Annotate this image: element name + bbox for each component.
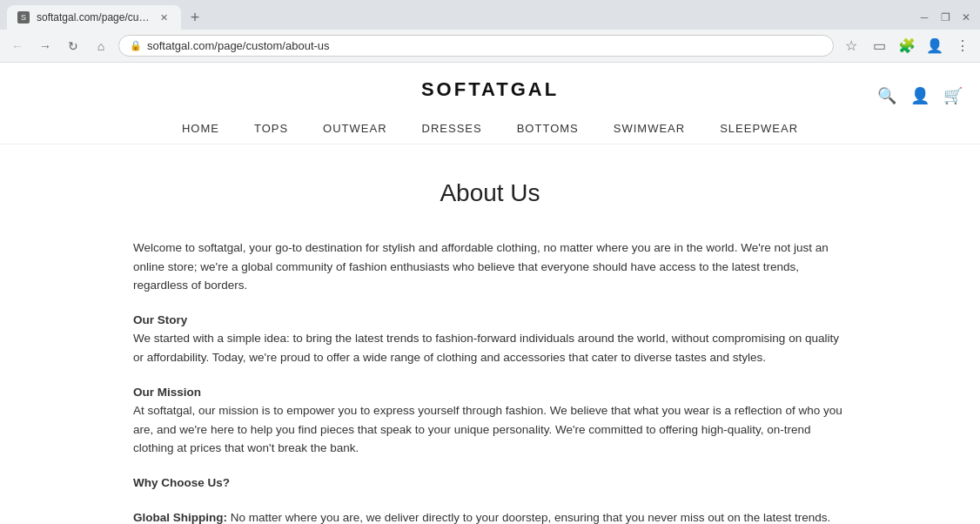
intro-paragraph: Welcome to softatgal, your go-to destina…: [133, 238, 847, 295]
our-story-block: Our Story We started with a simple idea:…: [133, 311, 847, 367]
nav-tops[interactable]: TOPS: [237, 113, 305, 144]
site-logo: SOFTATGAL: [421, 78, 559, 101]
back-button[interactable]: ←: [7, 36, 28, 57]
why-choose-block: Why Choose Us?: [133, 474, 847, 493]
search-icon[interactable]: 🔍: [877, 86, 896, 105]
nav-dresses[interactable]: DRESSES: [405, 113, 500, 144]
home-button[interactable]: ⌂: [91, 36, 111, 57]
screen-cast-icon[interactable]: ▭: [869, 36, 889, 57]
forward-button[interactable]: →: [35, 36, 56, 57]
cart-icon[interactable]: 🛒: [943, 86, 963, 105]
window-controls: ─ ❐ ✕: [917, 10, 973, 24]
nav-home[interactable]: HOME: [164, 113, 237, 144]
address-bar[interactable]: 🔒 softatgal.com/page/custom/about-us: [118, 35, 834, 57]
page-title: About Us: [133, 179, 847, 207]
browser-chrome: S softatgal.com/page/custom/ab... ✕ + ─ …: [0, 0, 980, 63]
our-story-title: Our Story: [133, 313, 187, 326]
menu-icon[interactable]: ⋮: [952, 36, 973, 57]
bookmark-icon[interactable]: ☆: [841, 36, 862, 57]
global-shipping-text: No matter where you are, we deliver dire…: [227, 511, 830, 524]
tab-favicon: S: [17, 11, 30, 24]
nav-sleepwear[interactable]: SLEEPWEAR: [702, 113, 816, 144]
minimize-button[interactable]: ─: [917, 10, 931, 24]
url-text: softatgal.com/page/custom/about-us: [147, 39, 330, 52]
our-mission-text: At softatgal, our mission is to empower …: [133, 404, 842, 454]
profile-icon[interactable]: 👤: [924, 36, 945, 57]
refresh-button[interactable]: ↻: [63, 36, 84, 57]
close-window-button[interactable]: ✕: [959, 10, 973, 24]
restore-button[interactable]: ❐: [938, 10, 952, 24]
our-story-text: We started with a simple idea: to bring …: [133, 332, 839, 364]
header-icons-right: 🔍 👤 🛒: [877, 86, 963, 105]
site-nav: HOME TOPS OUTWEAR DRESSES BOTTOMS SWIMWE…: [164, 113, 816, 144]
address-right-icons: ☆ ▭ 🧩 👤 ⋮: [841, 36, 973, 57]
address-bar-row: ← → ↻ ⌂ 🔒 softatgal.com/page/custom/abou…: [0, 30, 980, 62]
extensions-icon[interactable]: 🧩: [896, 36, 917, 57]
tab-close-button[interactable]: ✕: [157, 10, 171, 24]
global-shipping-block: Global Shipping: No matter where you are…: [133, 508, 847, 524]
site-header: SOFTATGAL 🔍 👤 🛒 HOME TOPS OUTWEAR DRESSE…: [0, 63, 980, 144]
security-icon: 🔒: [130, 40, 142, 51]
tab-bar: S softatgal.com/page/custom/ab... ✕ + ─ …: [0, 0, 980, 30]
site-main: About Us Welcome to softatgal, your go-t…: [98, 144, 882, 524]
new-tab-button[interactable]: +: [185, 7, 205, 28]
nav-bottoms[interactable]: BOTTOMS: [500, 113, 596, 144]
our-mission-block: Our Mission At softatgal, our mission is…: [133, 383, 847, 458]
header-row: SOFTATGAL 🔍 👤 🛒: [0, 78, 980, 113]
site-wrapper: SOFTATGAL 🔍 👤 🛒 HOME TOPS OUTWEAR DRESSE…: [0, 63, 980, 524]
global-shipping-title: Global Shipping:: [133, 511, 227, 524]
account-icon[interactable]: 👤: [910, 86, 930, 105]
nav-swimwear[interactable]: SWIMWEAR: [596, 113, 702, 144]
browser-tab[interactable]: S softatgal.com/page/custom/ab... ✕: [7, 5, 181, 30]
nav-outwear[interactable]: OUTWEAR: [305, 113, 404, 144]
tab-title: softatgal.com/page/custom/ab...: [37, 11, 150, 24]
our-mission-title: Our Mission: [133, 386, 201, 399]
why-choose-title: Why Choose Us?: [133, 476, 230, 489]
